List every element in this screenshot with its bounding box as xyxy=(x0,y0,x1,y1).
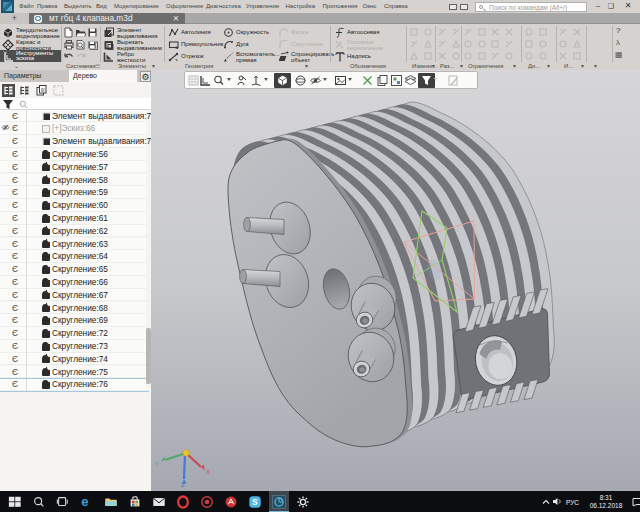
svg-text:X: X xyxy=(206,469,210,475)
svg-text:Z: Z xyxy=(181,482,185,488)
svg-text:S: S xyxy=(252,497,258,507)
svg-text:Y: Y xyxy=(155,461,159,467)
svg-text:e: e xyxy=(81,495,88,509)
